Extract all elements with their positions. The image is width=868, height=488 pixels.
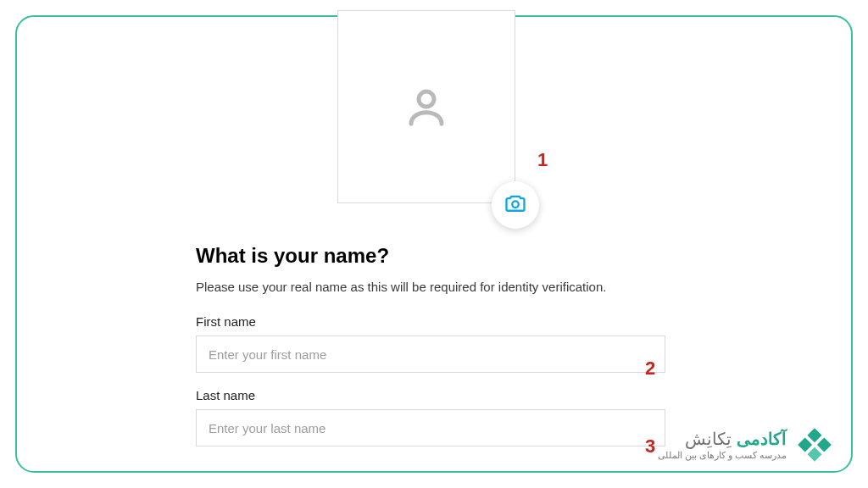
last-name-input[interactable] [196,409,665,446]
first-name-group: First name [196,314,665,373]
brand-text: آکادمی تِکانِش مدرسه کسب و کارهای بین ال… [658,430,787,460]
brand-subtitle: مدرسه کسب و کارهای بین المللی [658,450,787,460]
first-name-input[interactable] [196,336,665,373]
last-name-label: Last name [196,388,665,402]
first-name-label: First name [196,314,665,329]
annotation-marker-2: 2 [645,358,655,380]
brand-logo: آکادمی تِکانِش مدرسه کسب و کارهای بین ال… [658,425,834,464]
brand-title-bold: آکادمی [737,430,787,448]
brand-title: آکادمی تِکانِش [658,430,787,448]
avatar-upload-area [337,10,515,203]
form-subheading: Please use your real name as this will b… [196,280,665,294]
svg-rect-5 [808,447,822,462]
svg-point-1 [512,201,518,207]
brand-title-light: تِکانِش [685,430,732,448]
person-icon [403,84,449,130]
name-form: What is your name? Please use your real … [196,244,665,462]
last-name-group: Last name [196,388,665,446]
annotation-marker-1: 1 [537,149,548,171]
form-heading: What is your name? [196,244,665,268]
upload-photo-button[interactable] [492,181,539,229]
avatar-placeholder-box[interactable] [337,10,515,203]
brand-mark-icon [795,425,834,464]
svg-rect-4 [798,438,812,452]
annotation-marker-3: 3 [645,435,655,458]
svg-rect-2 [808,428,822,442]
svg-point-0 [419,92,434,107]
content-area: What is your name? Please use your real … [0,0,868,488]
camera-icon [504,191,527,219]
svg-rect-3 [817,438,832,452]
